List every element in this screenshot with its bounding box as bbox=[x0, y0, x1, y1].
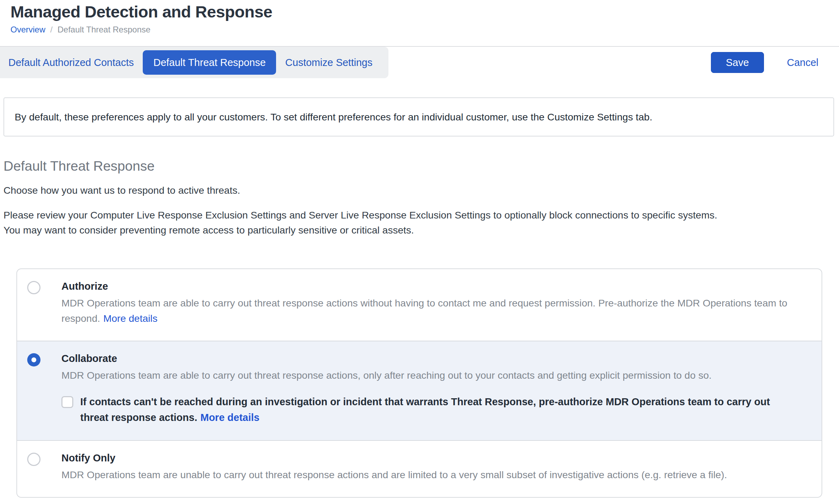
breadcrumb-current: Default Threat Response bbox=[58, 25, 150, 35]
authorize-description: MDR Operations team are able to carry ou… bbox=[61, 295, 798, 326]
threat-response-options-card: Authorize MDR Operations team are able t… bbox=[16, 268, 822, 498]
review-note-line1: Please review your Computer Live Respons… bbox=[3, 209, 717, 221]
section-intro: Choose how you want us to respond to act… bbox=[3, 183, 836, 197]
collaborate-radio[interactable] bbox=[27, 353, 40, 366]
review-note-line2: You may want to consider preventing remo… bbox=[3, 224, 414, 236]
section-review-note: Please review your Computer Live Respons… bbox=[3, 208, 836, 238]
breadcrumb-separator: / bbox=[50, 25, 53, 35]
collaborate-description: MDR Operations team are able to carry ou… bbox=[61, 368, 798, 383]
preauthorize-checkbox-label: If contacts can't be reached during an i… bbox=[80, 394, 798, 425]
notify-only-description: MDR Operations team are unable to carry … bbox=[61, 467, 798, 482]
tab-row: Default Authorized Contacts Default Thre… bbox=[0, 47, 839, 78]
cancel-button[interactable]: Cancel bbox=[787, 57, 818, 68]
authorize-radio[interactable] bbox=[27, 281, 40, 294]
notify-only-label: Notify Only bbox=[61, 451, 801, 465]
section-heading: Default Threat Response bbox=[3, 158, 836, 174]
option-authorize: Authorize MDR Operations team are able t… bbox=[17, 269, 822, 341]
tab-bar: Default Authorized Contacts Default Thre… bbox=[0, 47, 388, 78]
authorize-label: Authorize bbox=[61, 280, 801, 293]
authorize-more-details-link[interactable]: More details bbox=[103, 313, 157, 324]
tab-customize-settings[interactable]: Customize Settings bbox=[277, 50, 381, 75]
save-button[interactable]: Save bbox=[711, 52, 764, 73]
main-content: Default Threat Response Choose how you w… bbox=[0, 158, 839, 498]
page-title: Managed Detection and Response bbox=[10, 2, 839, 22]
option-collaborate: Collaborate MDR Operations team are able… bbox=[17, 341, 822, 441]
breadcrumb-link-overview[interactable]: Overview bbox=[10, 25, 45, 35]
header-actions: Save Cancel bbox=[711, 52, 818, 73]
tab-default-threat-response[interactable]: Default Threat Response bbox=[143, 50, 276, 75]
breadcrumb: Overview / Default Threat Response bbox=[10, 25, 839, 35]
page-header: Managed Detection and Response Overview … bbox=[0, 0, 839, 35]
collaborate-label: Collaborate bbox=[61, 352, 801, 365]
notice-banner: By default, these preferences apply to a… bbox=[3, 97, 834, 136]
collaborate-more-details-link[interactable]: More details bbox=[200, 412, 259, 423]
notify-only-radio[interactable] bbox=[27, 453, 40, 466]
collaborate-preauthorize-row: If contacts can't be reached during an i… bbox=[61, 394, 798, 425]
preauthorize-checkbox[interactable] bbox=[61, 396, 73, 408]
option-notify-only: Notify Only MDR Operations team are unab… bbox=[17, 441, 822, 497]
tab-default-authorized-contacts[interactable]: Default Authorized Contacts bbox=[0, 50, 142, 75]
